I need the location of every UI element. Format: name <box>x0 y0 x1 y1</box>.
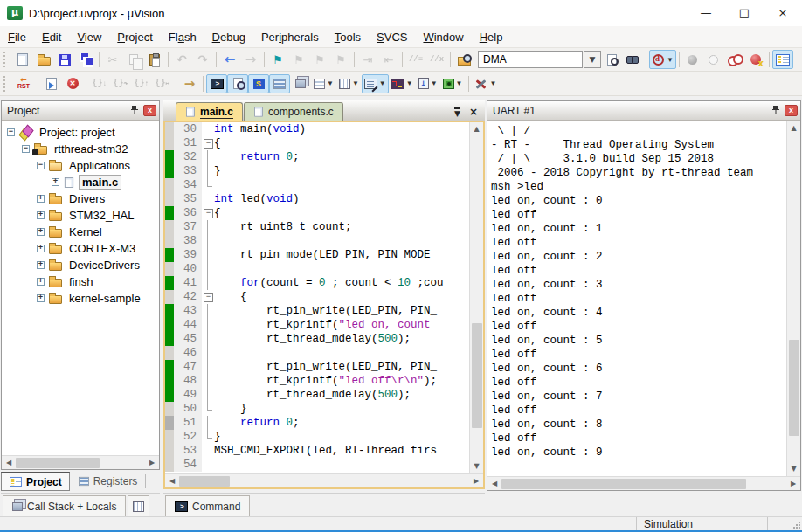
close-icon[interactable]: × <box>764 0 802 26</box>
tree-expander-icon[interactable]: + <box>37 195 45 203</box>
registers-window-button[interactable] <box>269 74 290 93</box>
tab-list-icon[interactable]: ▼ <box>454 107 460 117</box>
uart-vscrollbar[interactable]: ▲ ▼ <box>786 121 800 476</box>
menu-item-window[interactable]: Window <box>415 27 471 47</box>
trace-window-button[interactable]: ▼ <box>416 74 440 93</box>
scroll-down-icon[interactable]: ▼ <box>470 459 483 473</box>
tree-item-main-c[interactable]: +main.c <box>2 174 159 190</box>
project-hscrollbar[interactable]: ◀ ▶ <box>2 455 159 469</box>
fold-marker[interactable] <box>202 136 214 150</box>
dropdown-caret-icon[interactable]: ▼ <box>352 79 359 87</box>
redo-button[interactable] <box>192 50 213 69</box>
tree-expander-icon[interactable]: + <box>37 261 45 269</box>
undo-button[interactable] <box>171 50 192 69</box>
tree-expander-icon[interactable]: − <box>37 162 45 169</box>
scroll-thumb[interactable] <box>179 476 230 487</box>
command-window-button[interactable] <box>206 74 227 93</box>
tree-item-kernel[interactable]: +Kernel <box>2 224 159 240</box>
bookmark-toggle-button[interactable] <box>267 50 288 69</box>
pin-icon[interactable] <box>128 105 141 117</box>
find-text-combo-dropdown-icon[interactable]: ▼ <box>584 51 601 68</box>
tab-memory-window[interactable] <box>128 495 149 516</box>
save-button[interactable] <box>54 50 75 69</box>
paste-button[interactable] <box>144 50 165 69</box>
toolbar-grip[interactable] <box>3 76 9 92</box>
find-button[interactable] <box>622 50 643 69</box>
find-in-files-button[interactable] <box>453 50 474 69</box>
maximize-icon[interactable]: □ <box>725 0 764 26</box>
breakpoint-disable-all-button[interactable] <box>724 50 745 69</box>
resize-grip[interactable] <box>767 517 802 530</box>
run-to-cursor-button[interactable]: {}↦ <box>152 74 173 93</box>
call-stack-window-button[interactable] <box>290 74 311 93</box>
editor-hscrollbar[interactable]: ◀ ▶ <box>165 473 483 487</box>
save-all-button[interactable] <box>75 50 96 69</box>
tree-expander-icon[interactable]: + <box>37 278 45 286</box>
step-button[interactable]: {}↓ <box>89 74 110 93</box>
tree-expander-icon[interactable]: − <box>7 128 15 136</box>
memory-window-button[interactable]: ▼ <box>336 74 362 93</box>
menu-item-flash[interactable]: Flash <box>161 27 204 47</box>
tree-expander-icon[interactable]: − <box>22 145 30 153</box>
editor-vscrollbar[interactable]: ▲ ▼ <box>469 122 483 473</box>
tree-item-rtthread-stm32[interactable]: −rtthread-stm32 <box>2 141 159 157</box>
find-in-files-dialog-button[interactable] <box>601 50 622 69</box>
indent-button[interactable] <box>357 50 378 69</box>
incremental-find-button[interactable]: ▼ <box>649 50 676 69</box>
scroll-right-icon[interactable]: ▶ <box>786 477 800 491</box>
project-window-toggle-button[interactable] <box>772 50 793 69</box>
tab-components-c[interactable]: components.c <box>244 102 343 121</box>
disassembly-window-button[interactable] <box>227 74 248 93</box>
dropdown-caret-icon[interactable]: ▼ <box>327 79 334 87</box>
tree-item-cortex-m3[interactable]: +CORTEX-M3 <box>2 240 159 257</box>
dropdown-caret-icon[interactable]: ▼ <box>667 56 674 64</box>
scroll-down-icon[interactable]: ▼ <box>787 462 800 476</box>
scroll-left-icon[interactable]: ◀ <box>165 474 179 488</box>
new-file-button[interactable] <box>12 50 33 69</box>
fold-marker[interactable] <box>202 206 214 220</box>
navigate-forward-button[interactable] <box>240 50 261 69</box>
open-file-button[interactable] <box>33 50 54 69</box>
bookmark-prev-button[interactable] <box>309 50 330 69</box>
tree-item-project-project[interactable]: −Project: project <box>2 124 159 141</box>
scroll-up-icon[interactable]: ▲ <box>470 122 483 136</box>
close-icon[interactable]: x <box>143 105 156 116</box>
tree-expander-icon[interactable]: + <box>37 294 45 302</box>
menu-item-file[interactable]: File <box>0 27 34 47</box>
uart-terminal[interactable]: \ | /- RT - Thread Operating System / | … <box>487 121 786 476</box>
scroll-thumb[interactable] <box>789 340 799 436</box>
find-text-combo[interactable]: DMA <box>478 51 583 68</box>
close-icon[interactable]: x <box>785 105 798 116</box>
tree-item-applications[interactable]: −Applications <box>2 157 159 174</box>
menu-item-peripherals[interactable]: Peripherals <box>253 27 327 47</box>
analysis-window-button[interactable]: ▼ <box>389 74 416 93</box>
menu-item-debug[interactable]: Debug <box>204 27 253 47</box>
scroll-thumb[interactable] <box>16 458 100 468</box>
tab-call-stack-locals[interactable]: Call Stack + Locals <box>3 495 126 516</box>
pin-icon[interactable] <box>770 105 782 117</box>
tree-item-kernel-sample[interactable]: +kernel-sample <box>2 290 159 307</box>
scroll-up-icon[interactable]: ▲ <box>787 121 800 135</box>
cut-button[interactable] <box>102 50 123 69</box>
breakpoint-toggle-button[interactable] <box>682 50 703 69</box>
stop-button[interactable] <box>62 74 83 93</box>
scroll-thumb[interactable] <box>472 323 482 428</box>
uncomment-selection-button[interactable] <box>426 50 447 69</box>
copy-button[interactable] <box>123 50 144 69</box>
dropdown-caret-icon[interactable]: ▼ <box>490 79 497 87</box>
tree-item-devicedrivers[interactable]: +DeviceDrivers <box>2 257 159 273</box>
step-over-button[interactable]: {}↷ <box>110 74 131 93</box>
tree-item-drivers[interactable]: +Drivers <box>2 190 159 207</box>
code-editor[interactable]: 30int main(void)31{32 return 0;33}3435in… <box>165 122 469 473</box>
step-out-button[interactable]: {}↑ <box>131 74 152 93</box>
tab-command[interactable]: Command <box>165 495 250 516</box>
uart-hscrollbar[interactable]: ◀ ▶ <box>487 476 800 490</box>
menu-item-tools[interactable]: Tools <box>327 27 369 47</box>
toolbar-grip[interactable] <box>3 52 9 67</box>
show-next-statement-button[interactable] <box>179 74 200 93</box>
menu-item-view[interactable]: View <box>69 27 109 47</box>
unindent-button[interactable] <box>378 50 399 69</box>
tree-item-finsh[interactable]: +finsh <box>2 273 159 290</box>
navigate-back-button[interactable] <box>219 50 240 69</box>
dropdown-caret-icon[interactable]: ▼ <box>379 79 386 87</box>
